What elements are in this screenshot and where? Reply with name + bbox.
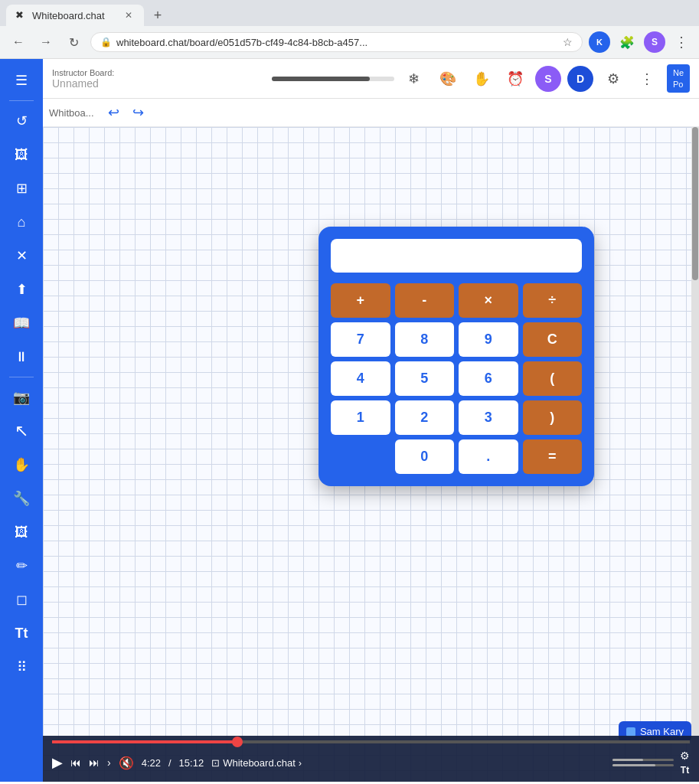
calc-clear-button[interactable]: C (523, 322, 583, 357)
avatar-s-button[interactable]: S (535, 66, 561, 92)
calc-plus-button[interactable]: + (331, 283, 390, 318)
sidebar-home-button[interactable]: ⌂ (6, 207, 37, 237)
calc-dot-button[interactable]: . (459, 439, 518, 474)
clock-icon-button[interactable]: ⏰ (501, 65, 529, 93)
video-current-time: 4:22 (142, 757, 161, 769)
video-progress-thumb[interactable] (232, 737, 243, 747)
instructor-label: Instructor Board: (52, 68, 266, 77)
video-settings-button[interactable]: ⚙ (680, 750, 690, 762)
calc-open-paren-button[interactable]: ( (523, 361, 583, 396)
active-tab[interactable]: ✖ Whiteboard.chat ✕ (6, 5, 144, 26)
profile-button[interactable]: S (644, 31, 665, 53)
video-play-button[interactable]: ▶ (52, 754, 63, 771)
tab-favicon-icon: ✖ (15, 9, 28, 21)
video-title: ⊡ Whiteboard.chat › (211, 757, 302, 769)
hand-icon-button[interactable]: ✋ (468, 65, 495, 93)
video-indicator-icon: ⊡ (211, 757, 220, 769)
calc-6-button[interactable]: 6 (459, 361, 518, 396)
board-name: Unnamed (52, 77, 266, 90)
calc-close-paren-button[interactable]: ) (523, 400, 583, 435)
video-skip-forward-button[interactable]: ⏭ (89, 756, 100, 769)
undo-button[interactable]: ↩ (103, 102, 125, 123)
url-bar[interactable]: 🔒 whiteboard.chat/board/e051d57b-cf49-4c… (90, 32, 583, 52)
back-button[interactable]: ← (8, 31, 29, 53)
video-mute-button[interactable]: 🔇 (119, 756, 134, 770)
sidebar-photo-button[interactable]: 🖼 (6, 517, 37, 547)
scrollbar-thumb[interactable] (692, 127, 698, 280)
calc-7-button[interactable]: 7 (331, 322, 390, 357)
video-skip-back-button[interactable]: ⏮ (70, 756, 81, 769)
sidebar-text-button[interactable]: Tt (6, 618, 37, 648)
sidebar-refresh-button[interactable]: ↺ (6, 106, 37, 136)
sidebar-close-button[interactable]: ✕ (6, 240, 37, 271)
sidebar-eraser-button[interactable]: ◻ (6, 584, 37, 615)
video-right-controls: ⚙ Tt (612, 750, 690, 776)
video-total-time: 15:12 (179, 757, 204, 769)
redo-button[interactable]: ↪ (128, 102, 149, 123)
calc-5-button[interactable]: 5 (395, 361, 455, 396)
main-content: Instructor Board: Unnamed ❄ 🎨 ✋ ⏰ S D ⚙ … (43, 59, 699, 782)
video-text-button[interactable]: Tt (681, 765, 689, 776)
forward-button[interactable]: → (35, 31, 57, 53)
sidebar-image-button[interactable]: 🖼 (6, 139, 37, 170)
sidebar-divider-2 (9, 377, 34, 377)
extensions-button[interactable]: 🧩 (616, 31, 638, 53)
calc-8-button[interactable]: 8 (395, 322, 455, 357)
sidebar-camera-button[interactable]: 📷 (6, 382, 37, 413)
sidebar-pause-button[interactable]: ⏸ (6, 341, 37, 372)
calculator-display (331, 239, 582, 273)
sidebar-menu-button[interactable]: ☰ (6, 65, 37, 96)
url-text: whiteboard.chat/board/e051d57b-cf49-4c84… (116, 37, 558, 48)
calc-9-button[interactable]: 9 (459, 322, 518, 357)
video-title-text: Whiteboard.chat (223, 757, 296, 769)
calc-0-button[interactable]: 0 (395, 439, 455, 474)
canvas-scrollbar[interactable] (691, 127, 699, 782)
canvas-area[interactable]: + - × ÷ 7 8 9 C 4 5 6 ( 1 2 3 ) (43, 127, 699, 782)
calc-4-button[interactable]: 4 (331, 361, 390, 396)
calc-minus-button[interactable]: - (395, 283, 455, 318)
top-toolbar: Instructor Board: Unnamed ❄ 🎨 ✋ ⏰ S D ⚙ … (43, 59, 699, 99)
bookmark-icon[interactable]: ☆ (563, 36, 573, 48)
snowflake-icon-button[interactable]: ❄ (400, 65, 428, 93)
more-options-button[interactable]: ⋮ (633, 65, 661, 93)
palette-icon-button[interactable]: 🎨 (434, 65, 462, 93)
calc-equals-button[interactable]: = (523, 439, 583, 474)
calc-3-button[interactable]: 3 (459, 400, 518, 435)
video-skip-icon[interactable]: › (107, 756, 111, 769)
sidebar-tool-button[interactable]: 🔧 (6, 483, 37, 514)
sidebar-cursor-button[interactable]: ↖ (6, 416, 37, 446)
name-color-square (626, 727, 635, 737)
browser-menu-button[interactable]: ⋮ (671, 31, 691, 54)
calc-2-button[interactable]: 2 (395, 400, 455, 435)
tab-title: Whiteboard.chat (32, 10, 118, 21)
sidebar-draw-button[interactable]: ✏ (6, 550, 37, 581)
sidebar-upload-button[interactable]: ⬆ (6, 274, 37, 305)
calculator-buttons: + - × ÷ 7 8 9 C 4 5 6 ( 1 2 3 ) (331, 283, 582, 474)
new-tab-button[interactable]: + (147, 5, 168, 26)
tab-close-button[interactable]: ✕ (122, 9, 135, 21)
undo-redo-bar: Whitboa... ↩ ↪ (43, 99, 699, 127)
sidebar-touch-button[interactable]: ✋ (6, 449, 37, 480)
board-abbrev-label: Whitboa... (49, 107, 94, 119)
sidebar-dots-button[interactable]: ⠿ (6, 652, 37, 682)
sidebar-grid-button[interactable]: ⊞ (6, 173, 37, 204)
avatar-d-button[interactable]: D (567, 66, 593, 92)
calc-1-button[interactable]: 1 (331, 400, 390, 435)
sidebar-book-button[interactable]: 📖 (6, 308, 37, 338)
settings-button[interactable]: ⚙ (599, 65, 627, 93)
progress-row (43, 736, 699, 743)
address-bar: ← → ↻ 🔒 whiteboard.chat/board/e051d57b-c… (0, 26, 699, 59)
video-progress-fill (52, 740, 237, 743)
toolbar-actions: ❄ 🎨 ✋ ⏰ S D ⚙ ⋮ (272, 65, 661, 93)
video-separator: / (168, 757, 171, 769)
calc-divide-button[interactable]: ÷ (523, 283, 583, 318)
tab-bar: ✖ Whiteboard.chat ✕ + (0, 0, 699, 26)
video-arrow-icon: › (299, 757, 302, 769)
browser-chrome: ✖ Whiteboard.chat ✕ + ← → ↻ 🔒 whiteboard… (0, 0, 699, 59)
video-progress-bar[interactable] (52, 740, 690, 743)
kwik-extension-button[interactable]: K (589, 31, 610, 53)
new-poll-button[interactable]: NePo (667, 64, 690, 93)
video-controls: ▶ ⏮ ⏭ › 🔇 4:22 / 15:12 ⊡ Whiteboard.chat… (43, 743, 699, 782)
calc-multiply-button[interactable]: × (459, 283, 518, 318)
reload-button[interactable]: ↻ (63, 31, 84, 53)
